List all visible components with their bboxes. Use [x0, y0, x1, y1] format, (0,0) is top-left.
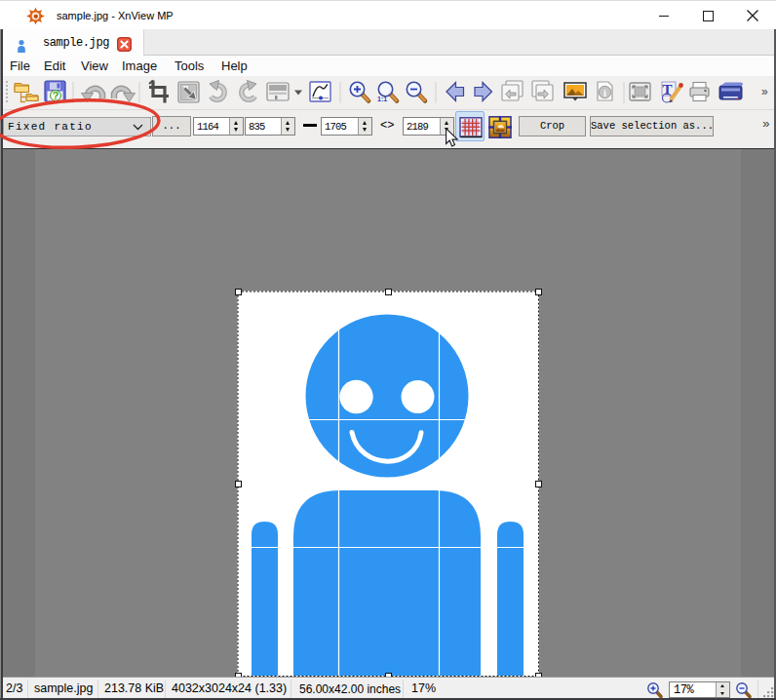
svg-text:»: » — [761, 85, 768, 98]
svg-text:1:1: 1:1 — [377, 96, 387, 102]
svg-text:i: i — [603, 88, 606, 98]
